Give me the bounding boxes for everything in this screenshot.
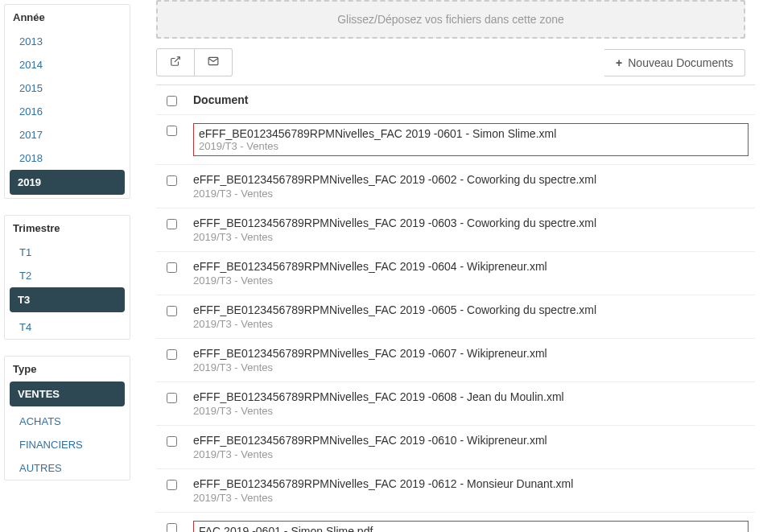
document-meta: 2019/T3 - Ventes (193, 448, 749, 460)
table-row[interactable]: eFFF_BE0123456789RPMNivelles_FAC 2019 -0… (156, 469, 755, 513)
external-link-icon (170, 56, 181, 69)
table-row[interactable]: eFFF_BE0123456789RPMNivelles_FAC 2019 -0… (156, 165, 755, 208)
mail-button[interactable] (195, 48, 233, 76)
table-row[interactable]: eFFF_BE0123456789RPMNivelles_FAC 2019 -0… (156, 426, 755, 469)
type-item-autres[interactable]: AUTRES (5, 456, 130, 480)
document-table[interactable]: Document eFFF_BE0123456789RPMNivelles_FA… (156, 85, 755, 532)
document-meta: 2019/T3 - Ventes (199, 140, 743, 152)
document-cell: eFFF_BE0123456789RPMNivelles_FAC 2019 -0… (193, 390, 749, 417)
document-cell: eFFF_BE0123456789RPMNivelles_FAC 2019 -0… (193, 303, 749, 330)
row-checkbox-cell (163, 303, 180, 316)
table-header-row: Document (156, 85, 755, 115)
document-meta: 2019/T3 - Ventes (193, 361, 749, 373)
document-cell: eFFF_BE0123456789RPMNivelles_FAC 2019 -0… (193, 260, 749, 287)
document-meta: 2019/T3 - Ventes (193, 231, 749, 243)
type-item-achats[interactable]: ACHATS (5, 410, 130, 433)
type-item-financiers[interactable]: FINANCIERS (5, 433, 130, 456)
document-cell: eFFF_BE0123456789RPMNivelles_FAC 2019 -0… (193, 347, 749, 373)
row-checkbox[interactable] (167, 219, 177, 229)
document-name: eFFF_BE0123456789RPMNivelles_FAC 2019 -0… (193, 434, 749, 447)
document-name: eFFF_BE0123456789RPMNivelles_FAC 2019 -0… (193, 390, 749, 403)
document-name: eFFF_BE0123456789RPMNivelles_FAC 2019 -0… (193, 260, 749, 273)
header-checkbox-cell (163, 93, 180, 106)
document-cell: eFFF_BE0123456789RPMNivelles_FAC 2019 -0… (193, 434, 749, 460)
row-checkbox[interactable] (167, 126, 177, 136)
table-row[interactable]: eFFF_BE0123456789RPMNivelles_FAC 2019 -0… (156, 208, 755, 252)
envelope-icon (208, 56, 219, 69)
table-row[interactable]: eFFF_BE0123456789RPMNivelles_FAC 2019 -0… (156, 382, 755, 426)
quarter-item-t1[interactable]: T1 (5, 241, 130, 264)
document-name: eFFF_BE0123456789RPMNivelles_FAC 2019 -0… (193, 217, 749, 229)
row-checkbox[interactable] (167, 436, 177, 447)
document-name: eFFF_BE0123456789RPMNivelles_FAC 2019 -0… (193, 173, 749, 186)
filter-type-group: Type VENTESACHATSFINANCIERSAUTRES (4, 356, 130, 480)
type-item-ventes[interactable]: VENTES (10, 381, 125, 406)
row-checkbox-cell (163, 123, 180, 136)
table-row[interactable]: eFFF_BE0123456789RPMNivelles_FAC 2019 -0… (156, 339, 755, 382)
select-all-checkbox[interactable] (167, 96, 177, 106)
document-cell: eFFF_BE0123456789RPMNivelles_FAC 2019 -0… (193, 123, 749, 156)
new-document-button[interactable]: Nouveau Documents (604, 49, 745, 76)
year-item-2019[interactable]: 2019 (10, 170, 125, 195)
table-row[interactable]: eFFF_BE0123456789RPMNivelles_FAC 2019 -0… (156, 115, 755, 165)
document-name: FAC 2019 -0601 - Simon Slime.pdf (199, 525, 743, 532)
row-checkbox-cell (163, 521, 180, 532)
main-content: Glissez/Déposez vos fichiers dans cette … (138, 0, 763, 532)
row-checkbox[interactable] (167, 306, 177, 316)
document-cell: FAC 2019 -0601 - Simon Slime.pdf2019/T3 … (193, 521, 749, 532)
document-name: eFFF_BE0123456789RPMNivelles_FAC 2019 -0… (193, 347, 749, 360)
document-name: eFFF_BE0123456789RPMNivelles_FAC 2019 -0… (193, 477, 749, 490)
table-row[interactable]: FAC 2019 -0601 - Simon Slime.pdf2019/T3 … (156, 513, 755, 532)
quarter-item-t2[interactable]: T2 (5, 264, 130, 287)
filter-year-group: Année 2013201420152016201720182019 (4, 4, 130, 199)
row-checkbox[interactable] (167, 480, 177, 490)
dropzone-text: Glissez/Déposez vos fichiers dans cette … (337, 13, 564, 26)
document-cell: eFFF_BE0123456789RPMNivelles_FAC 2019 -0… (193, 477, 749, 504)
document-name: eFFF_BE0123456789RPMNivelles_FAC 2019 -0… (193, 303, 749, 316)
row-checkbox-cell (163, 434, 180, 447)
document-meta: 2019/T3 - Ventes (193, 318, 749, 330)
document-meta: 2019/T3 - Ventes (193, 188, 749, 200)
document-name: eFFF_BE0123456789RPMNivelles_FAC 2019 -0… (199, 127, 743, 140)
row-checkbox-cell (163, 217, 180, 229)
new-document-label: Nouveau Documents (628, 56, 733, 69)
document-meta: 2019/T3 - Ventes (193, 274, 749, 287)
filter-quarter-group: Trimestre T1T2T3T4 (4, 215, 130, 340)
toolbar: Nouveau Documents (156, 48, 745, 76)
highlighted-box: FAC 2019 -0601 - Simon Slime.pdf2019/T3 … (193, 521, 749, 532)
year-item-2015[interactable]: 2015 (5, 76, 130, 100)
quarter-item-t4[interactable]: T4 (5, 315, 130, 339)
table-row[interactable]: eFFF_BE0123456789RPMNivelles_FAC 2019 -0… (156, 252, 755, 295)
open-external-button[interactable] (156, 48, 195, 76)
document-cell: eFFF_BE0123456789RPMNivelles_FAC 2019 -0… (193, 217, 749, 243)
row-checkbox-cell (163, 477, 180, 490)
filter-year-title: Année (5, 5, 130, 30)
document-cell: eFFF_BE0123456789RPMNivelles_FAC 2019 -0… (193, 173, 749, 200)
dropzone[interactable]: Glissez/Déposez vos fichiers dans cette … (156, 0, 745, 39)
year-item-2018[interactable]: 2018 (5, 146, 130, 170)
row-checkbox[interactable] (167, 262, 177, 273)
highlighted-box: eFFF_BE0123456789RPMNivelles_FAC 2019 -0… (193, 123, 749, 156)
svg-line-0 (175, 57, 179, 62)
document-meta: 2019/T3 - Ventes (193, 492, 749, 504)
document-meta: 2019/T3 - Ventes (193, 405, 749, 417)
year-item-2014[interactable]: 2014 (5, 53, 130, 76)
toolbar-btn-group (156, 48, 233, 76)
row-checkbox[interactable] (167, 393, 177, 403)
table-row[interactable]: eFFF_BE0123456789RPMNivelles_FAC 2019 -0… (156, 295, 755, 339)
year-item-2016[interactable]: 2016 (5, 100, 130, 123)
row-checkbox-cell (163, 347, 180, 360)
row-checkbox[interactable] (167, 523, 177, 532)
row-checkbox[interactable] (167, 349, 177, 360)
filter-quarter-title: Trimestre (5, 216, 130, 241)
row-checkbox-cell (163, 390, 180, 403)
filter-type-title: Type (5, 357, 130, 381)
row-checkbox-cell (163, 260, 180, 273)
year-item-2013[interactable]: 2013 (5, 30, 130, 53)
row-checkbox[interactable] (167, 175, 177, 186)
sidebar: Année 2013201420152016201720182019 Trime… (0, 0, 138, 532)
header-document-label: Document (193, 93, 749, 106)
quarter-item-t3[interactable]: T3 (10, 287, 125, 312)
plus-icon (616, 56, 624, 69)
year-item-2017[interactable]: 2017 (5, 123, 130, 146)
